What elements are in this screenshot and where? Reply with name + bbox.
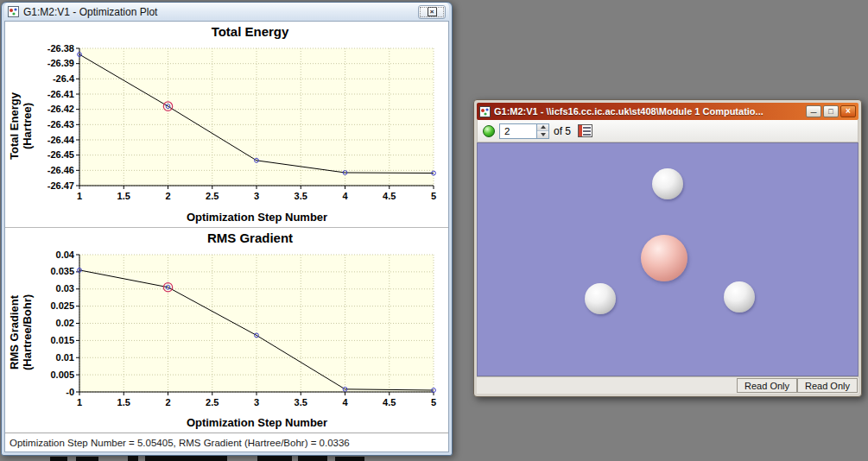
read-only-badge: Read Only: [737, 378, 797, 393]
close-button[interactable]: ×: [418, 5, 446, 19]
svg-text:1: 1: [77, 191, 82, 201]
cropped-text-artifact: [50, 457, 67, 461]
svg-text:-26.46: -26.46: [48, 165, 74, 175]
atom-sphere-center[interactable]: [641, 235, 687, 281]
chart-title: Total Energy: [7, 24, 445, 42]
window-controls: — □ ×: [806, 105, 856, 117]
svg-text:-26.42: -26.42: [48, 104, 74, 114]
arrow-up-icon: [541, 125, 546, 129]
close-icon: ×: [846, 107, 851, 116]
svg-text:2: 2: [165, 191, 170, 201]
molecule-window: G1:M2:V1 - \\icfs16.cc.ic.ac.uk\st408\Mo…: [473, 99, 862, 397]
svg-text:2.5: 2.5: [206, 397, 219, 407]
atom-sphere-right[interactable]: [724, 281, 755, 313]
total-energy-chart-panel: Total Energy Total Energy (Hartree) -26.…: [5, 22, 448, 227]
frame-number-input[interactable]: 2: [500, 124, 536, 138]
svg-text:3: 3: [254, 397, 259, 407]
minimize-button[interactable]: —: [806, 105, 821, 117]
total-energy-plot[interactable]: -26.38-26.39-26.4-26.41-26.42-26.43-26.4…: [36, 42, 444, 206]
svg-text:-26.4: -26.4: [53, 73, 75, 84]
cropped-text-artifact: [257, 456, 292, 461]
svg-text:0.04: 0.04: [56, 249, 75, 259]
app-icon: [479, 106, 491, 117]
svg-text:1: 1: [77, 397, 82, 407]
molecule-window-titlebar[interactable]: G1:M2:V1 - \\icfs16.cc.ic.ac.uk\st408\Mo…: [477, 103, 858, 120]
molecule-status-bar: Read Only Read Only: [477, 376, 858, 394]
plot-window-title: G1:M2:V1 - Optimization Plot: [23, 6, 414, 18]
cropped-text-artifact: [335, 457, 364, 461]
svg-text:5: 5: [431, 397, 436, 407]
svg-text:3.5: 3.5: [295, 397, 307, 407]
minimize-icon: —: [811, 109, 817, 115]
frame-spinbox[interactable]: 2: [499, 123, 549, 139]
cursor-readout-text: Optimization Step Number = 5.05405, RMS …: [10, 438, 350, 448]
rms-gradient-chart-panel: RMS Gradient RMS Gradient (Hartree/Bohr)…: [5, 227, 448, 433]
svg-text:3.5: 3.5: [295, 191, 307, 201]
x-axis-label: Optimization Step Number: [7, 211, 445, 227]
frame-count-label: of 5: [554, 125, 571, 137]
svg-text:4: 4: [342, 397, 348, 407]
y-axis-label: RMS Gradient (Hartree/Bohr): [9, 294, 35, 370]
svg-text:-26.41: -26.41: [48, 89, 74, 99]
y-axis-label-area: RMS Gradient (Hartree/Bohr): [7, 249, 36, 417]
chart-title: RMS Gradient: [7, 230, 445, 249]
svg-text:-26.39: -26.39: [48, 58, 74, 68]
x-axis-label: Optimization Step Number: [7, 416, 445, 433]
svg-text:-26.38: -26.38: [48, 43, 74, 54]
status-ball-icon[interactable]: [483, 125, 495, 137]
svg-text:0.03: 0.03: [56, 283, 74, 294]
svg-text:0.01: 0.01: [56, 351, 74, 362]
cropped-text-artifact: [76, 457, 98, 461]
atom-sphere-left[interactable]: [585, 283, 616, 314]
svg-text:5: 5: [431, 191, 436, 201]
atom-sphere-top[interactable]: [652, 168, 683, 199]
cropped-text-artifact: [298, 456, 327, 461]
plot-status-bar: Optimization Step Number = 5.05405, RMS …: [5, 433, 448, 452]
close-button[interactable]: ×: [840, 105, 856, 117]
cropped-text-artifact: [128, 456, 138, 461]
svg-text:-26.44: -26.44: [48, 135, 75, 145]
svg-text:-0: -0: [66, 386, 74, 396]
svg-text:0.035: 0.035: [50, 266, 74, 276]
arrow-down-icon: [541, 133, 546, 136]
spin-down-button[interactable]: [537, 130, 548, 138]
molecule-window-title: G1:M2:V1 - \\icfs16.cc.ic.ac.uk\st408\Mo…: [494, 106, 802, 117]
svg-text:0.025: 0.025: [50, 300, 74, 311]
svg-text:3: 3: [254, 191, 259, 201]
close-icon: ×: [428, 7, 437, 16]
y-axis-label-area: Total Energy (Hartree): [7, 42, 36, 211]
frames-table-icon[interactable]: [578, 124, 592, 137]
optimization-plot-window: G1:M2:V1 - Optimization Plot × Total Ene…: [1, 2, 453, 456]
svg-text:0.015: 0.015: [50, 334, 74, 344]
svg-text:1.5: 1.5: [117, 191, 130, 201]
svg-text:-26.47: -26.47: [48, 180, 74, 191]
spinner-arrows: [536, 124, 548, 138]
svg-text:0.02: 0.02: [56, 318, 74, 328]
molecule-toolbar: 2 of 5: [477, 120, 858, 142]
molecule-viewport[interactable]: [477, 142, 858, 376]
svg-text:-26.43: -26.43: [48, 119, 74, 129]
rms-gradient-plot[interactable]: 0.040.0350.030.0250.020.0150.010.005-011…: [36, 249, 444, 413]
svg-text:2.5: 2.5: [206, 191, 219, 201]
cropped-text-artifact: [145, 456, 227, 461]
plot-window-body: Total Energy Total Energy (Hartree) -26.…: [4, 21, 449, 452]
maximize-icon: □: [828, 108, 833, 116]
svg-text:1.5: 1.5: [117, 397, 130, 407]
desktop: G1:M2:V1 - Optimization Plot × Total Ene…: [0, 0, 868, 461]
y-axis-label: Total Energy (Hartree): [9, 92, 35, 160]
svg-text:4: 4: [342, 191, 348, 201]
svg-text:-26.45: -26.45: [48, 149, 74, 160]
plot-window-titlebar[interactable]: G1:M2:V1 - Optimization Plot ×: [4, 3, 449, 21]
app-icon: [8, 6, 19, 17]
svg-text:4.5: 4.5: [383, 397, 396, 407]
read-only-badge: Read Only: [797, 378, 858, 393]
svg-text:0.005: 0.005: [50, 369, 74, 379]
maximize-button[interactable]: □: [823, 105, 839, 117]
spin-up-button[interactable]: [537, 124, 548, 131]
svg-text:4.5: 4.5: [383, 191, 396, 201]
svg-text:2: 2: [165, 397, 170, 407]
